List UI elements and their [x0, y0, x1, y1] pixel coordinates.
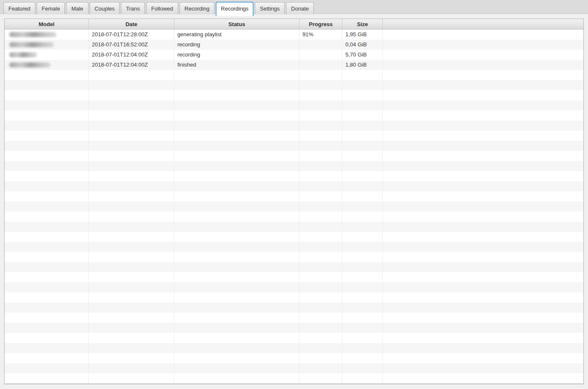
- cell-blank: [383, 333, 583, 343]
- cell-blank: [383, 90, 583, 100]
- cell-blank: [383, 151, 583, 161]
- table-row-empty[interactable]: [5, 252, 583, 262]
- table-row[interactable]: 2018-07-01T16:52:00Zrecording0,04 GiB: [5, 40, 583, 50]
- cell-status: [174, 90, 299, 100]
- table-row-empty[interactable]: [5, 80, 583, 90]
- cell-blank: [383, 242, 583, 252]
- table-row-empty[interactable]: [5, 242, 583, 252]
- cell-model: [5, 70, 89, 80]
- table-row-empty[interactable]: [5, 303, 583, 313]
- cell-blank: [383, 171, 583, 181]
- cell-status: [174, 313, 299, 323]
- table-row[interactable]: 2018-07-01T12:28:00Zgenerating playlist9…: [5, 30, 583, 40]
- cell-progress: [299, 201, 342, 212]
- table-row-empty[interactable]: [5, 181, 583, 191]
- table-row-empty[interactable]: [5, 262, 583, 272]
- cell-model: [5, 141, 89, 151]
- cell-blank: [383, 191, 583, 201]
- table-row-empty[interactable]: [5, 201, 583, 212]
- cell-blank: [383, 131, 583, 141]
- column-header-date[interactable]: Date: [89, 19, 174, 30]
- table-row-empty[interactable]: [5, 191, 583, 201]
- cell-status: [174, 141, 299, 151]
- cell-progress: [299, 262, 342, 272]
- cell-size: [342, 292, 383, 303]
- table-row-empty[interactable]: [5, 292, 583, 303]
- table-row-empty[interactable]: [5, 131, 583, 141]
- cell-model: [5, 303, 89, 313]
- table-row-empty[interactable]: [5, 373, 583, 384]
- table-row-empty[interactable]: [5, 353, 583, 363]
- cell-size: [342, 100, 383, 110]
- tab-female[interactable]: Female: [37, 2, 65, 14]
- table-row-empty[interactable]: [5, 171, 583, 181]
- cell-status: [174, 252, 299, 262]
- cell-model: [5, 191, 89, 201]
- table-row-empty[interactable]: [5, 363, 583, 373]
- table-row[interactable]: 2018-07-01T12:04:00Zrecording5,70 GiB: [5, 50, 583, 60]
- cell-date: [89, 161, 174, 171]
- column-header-size[interactable]: Size: [342, 19, 383, 30]
- table-row-empty[interactable]: [5, 222, 583, 232]
- cell-progress: [299, 232, 342, 242]
- recordings-table: ModelDateStatusProgressSize 2018-07-01T1…: [4, 19, 584, 384]
- tab-male[interactable]: Male: [66, 2, 88, 14]
- cell-model: [5, 292, 89, 303]
- cell-size: [342, 313, 383, 323]
- table-row-empty[interactable]: [5, 343, 583, 353]
- column-header-blank[interactable]: [383, 19, 583, 30]
- table-row-empty[interactable]: [5, 110, 583, 121]
- table-row-empty[interactable]: [5, 232, 583, 242]
- table-row-empty[interactable]: [5, 333, 583, 343]
- tab-settings[interactable]: Settings: [255, 2, 285, 14]
- cell-blank: [383, 353, 583, 363]
- cell-date: [89, 90, 174, 100]
- table-row-empty[interactable]: [5, 272, 583, 282]
- cell-date: [89, 70, 174, 80]
- table-row-empty[interactable]: [5, 100, 583, 110]
- cell-date: [89, 131, 174, 141]
- cell-status: [174, 110, 299, 121]
- table-row-empty[interactable]: [5, 323, 583, 333]
- tab-followed[interactable]: Followed: [146, 2, 178, 14]
- column-header-progress[interactable]: Progress: [299, 19, 342, 30]
- tab-recordings[interactable]: Recordings: [216, 2, 254, 16]
- table-row-empty[interactable]: [5, 282, 583, 292]
- cell-size: [342, 282, 383, 292]
- column-header-model[interactable]: Model: [5, 19, 89, 30]
- cell-size: [342, 333, 383, 343]
- tab-couples[interactable]: Couples: [90, 2, 120, 14]
- cell-status: [174, 323, 299, 333]
- cell-progress: [299, 110, 342, 121]
- cell-model: [5, 242, 89, 252]
- table-row-empty[interactable]: [5, 90, 583, 100]
- cell-progress: [299, 282, 342, 292]
- tab-recording[interactable]: Recording: [179, 2, 214, 14]
- cell-progress: [299, 60, 342, 70]
- column-header-status[interactable]: Status: [174, 19, 299, 30]
- redacted-model-name: [9, 42, 54, 47]
- table-row-empty[interactable]: [5, 161, 583, 171]
- tab-featured[interactable]: Featured: [3, 2, 35, 14]
- table-row-empty[interactable]: [5, 313, 583, 323]
- cell-size: [342, 363, 383, 373]
- cell-status: [174, 232, 299, 242]
- tab-donate[interactable]: Donate: [286, 2, 314, 14]
- cell-model: [5, 171, 89, 181]
- table-row-empty[interactable]: [5, 70, 583, 80]
- cell-date: [89, 303, 174, 313]
- cell-blank: [383, 232, 583, 242]
- table-row-empty[interactable]: [5, 212, 583, 222]
- table-row-empty[interactable]: [5, 141, 583, 151]
- cell-model: [5, 333, 89, 343]
- cell-status: [174, 272, 299, 282]
- cell-blank: [383, 363, 583, 373]
- cell-size: [342, 121, 383, 131]
- tab-trans[interactable]: Trans: [121, 2, 145, 14]
- cell-size: [342, 141, 383, 151]
- cell-size: [342, 131, 383, 141]
- table-row[interactable]: 2018-07-01T12:04:00Zfinished1,80 GiB: [5, 60, 583, 70]
- table-row-empty[interactable]: [5, 121, 583, 131]
- cell-status: [174, 100, 299, 110]
- table-row-empty[interactable]: [5, 151, 583, 161]
